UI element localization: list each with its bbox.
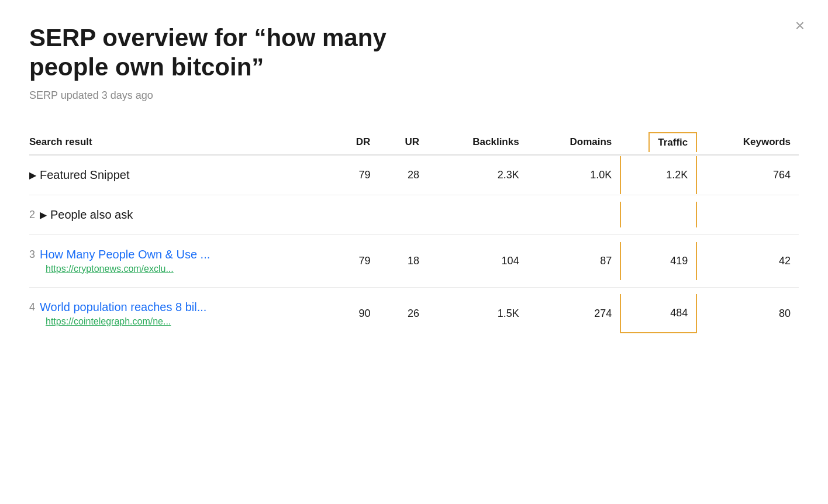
table-row: ▶ Featured Snippet 79282.3K1.0K1.2K764 bbox=[29, 155, 799, 195]
cell-traffic: 484 bbox=[620, 287, 697, 340]
close-button[interactable]: × bbox=[795, 18, 805, 34]
page-title: SERP overview for “how many people own b… bbox=[29, 23, 439, 82]
cell-domains: 1.0K bbox=[527, 155, 620, 195]
cell-dr: 79 bbox=[330, 155, 379, 195]
col-header-search: Search result bbox=[29, 130, 330, 155]
cell-ur: 26 bbox=[378, 287, 427, 340]
cell-search-result[interactable]: 3 How Many People Own & Use ... https://… bbox=[29, 234, 330, 287]
cell-backlinks: 104 bbox=[427, 234, 527, 287]
result-url-link[interactable]: https://cointelegraph.com/ne... bbox=[46, 316, 171, 327]
traffic-highlight-box: 484 bbox=[620, 294, 697, 333]
cell-search-result: ▶ Featured Snippet bbox=[29, 155, 330, 195]
col-header-traffic: Traffic bbox=[620, 130, 697, 155]
cell-backlinks bbox=[427, 195, 527, 234]
cell-keywords: 80 bbox=[697, 287, 799, 340]
cell-ur: 18 bbox=[378, 234, 427, 287]
cell-ur: 28 bbox=[378, 155, 427, 195]
row-label-line: ▶ Featured Snippet bbox=[29, 168, 322, 182]
cell-keywords bbox=[697, 195, 799, 234]
traffic-highlight-box bbox=[620, 202, 697, 227]
table-row: 4 World population reaches 8 bil... http… bbox=[29, 287, 799, 340]
row-label-line: 3 How Many People Own & Use ... https://… bbox=[29, 248, 322, 274]
people-also-ask-label: People also ask bbox=[50, 208, 133, 222]
col-header-ur: UR bbox=[378, 130, 427, 155]
serp-table-wrap: Search result DR UR Backlinks Domains Tr… bbox=[29, 130, 799, 340]
row-number: 2 bbox=[29, 209, 35, 221]
chevron-icon: ▶ bbox=[40, 209, 47, 220]
col-header-domains: Domains bbox=[527, 130, 620, 155]
traffic-highlight-box: 1.2K bbox=[620, 156, 697, 194]
result-title-link[interactable]: World population reaches 8 bil... bbox=[40, 301, 206, 314]
cell-traffic: 1.2K bbox=[620, 155, 697, 195]
row-number: 4 bbox=[29, 301, 35, 313]
table-row: 3 How Many People Own & Use ... https://… bbox=[29, 234, 799, 287]
result-url-link[interactable]: https://cryptonews.com/exclu... bbox=[46, 264, 174, 274]
cell-backlinks: 1.5K bbox=[427, 287, 527, 340]
row-label-line: 4 World population reaches 8 bil... http… bbox=[29, 301, 322, 327]
serp-table: Search result DR UR Backlinks Domains Tr… bbox=[29, 130, 799, 340]
table-row: 2 ▶ People also ask bbox=[29, 195, 799, 234]
featured-snippet-label: Featured Snippet bbox=[40, 168, 129, 182]
cell-keywords: 42 bbox=[697, 234, 799, 287]
cell-ur bbox=[378, 195, 427, 234]
cell-backlinks: 2.3K bbox=[427, 155, 527, 195]
cell-keywords: 764 bbox=[697, 155, 799, 195]
cell-traffic bbox=[620, 195, 697, 234]
cell-domains: 274 bbox=[527, 287, 620, 340]
cell-dr: 79 bbox=[330, 234, 379, 287]
cell-traffic: 419 bbox=[620, 234, 697, 287]
col-header-dr: DR bbox=[330, 130, 379, 155]
cell-search-result[interactable]: 4 World population reaches 8 bil... http… bbox=[29, 287, 330, 340]
cell-search-result: 2 ▶ People also ask bbox=[29, 195, 330, 234]
serp-panel: × SERP overview for “how many people own… bbox=[0, 0, 828, 504]
cell-domains bbox=[527, 195, 620, 234]
cell-dr: 90 bbox=[330, 287, 379, 340]
cell-dr bbox=[330, 195, 379, 234]
cell-domains: 87 bbox=[527, 234, 620, 287]
serp-update-status: SERP updated 3 days ago bbox=[29, 89, 799, 102]
result-title-link[interactable]: How Many People Own & Use ... bbox=[40, 248, 210, 261]
traffic-highlight-box: 419 bbox=[620, 242, 697, 280]
row-label-line: 2 ▶ People also ask bbox=[29, 208, 322, 222]
chevron-icon: ▶ bbox=[29, 170, 36, 181]
traffic-header-highlight: Traffic bbox=[648, 132, 697, 152]
col-header-keywords: Keywords bbox=[697, 130, 799, 155]
col-header-backlinks: Backlinks bbox=[427, 130, 527, 155]
row-number: 3 bbox=[29, 248, 35, 261]
